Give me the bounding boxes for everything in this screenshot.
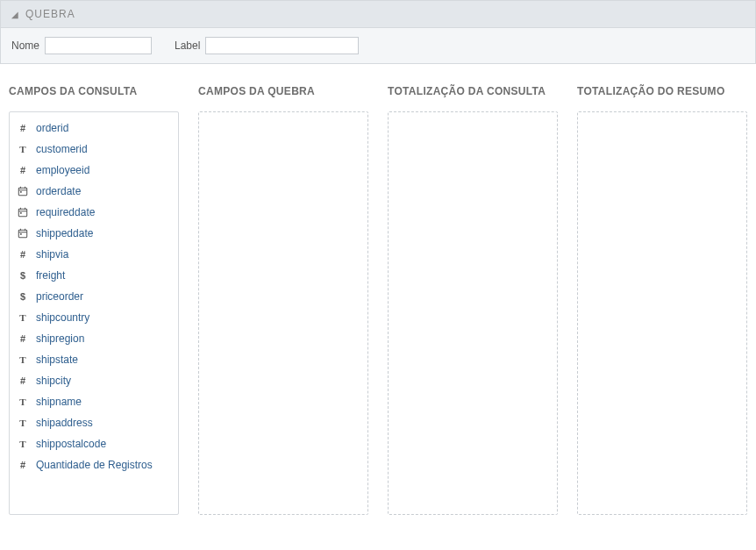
number-type-icon: [17, 248, 29, 261]
col-total-resumo: TOTALIZAÇÃO DO RESUMO: [577, 85, 747, 515]
field-item[interactable]: shipcity: [10, 370, 178, 391]
text-type-icon: [17, 417, 29, 429]
col-total-consulta: TOTALIZAÇÃO DA CONSULTA: [388, 85, 558, 515]
svg-rect-14: [20, 233, 22, 235]
field-label: shipstate: [36, 354, 78, 366]
field-label: employeeid: [36, 164, 89, 176]
col-campos-consulta: CAMPOS DA CONSULTA orderidcustomeridempl…: [9, 85, 179, 515]
panel-header[interactable]: ◢ QUEBRA: [0, 0, 756, 28]
field-label: freight: [36, 269, 65, 282]
field-item[interactable]: shipstate: [10, 349, 178, 370]
field-item[interactable]: Quantidade de Registros: [10, 454, 178, 475]
field-label: shipregion: [36, 332, 84, 345]
currency-type-icon: [17, 269, 29, 282]
field-item[interactable]: employeeid: [10, 160, 178, 181]
form-row: Nome Label: [0, 28, 756, 64]
text-type-icon: [17, 438, 29, 450]
field-label: shipname: [36, 396, 82, 408]
field-item[interactable]: shipname: [10, 391, 178, 412]
svg-rect-4: [20, 191, 22, 193]
field-label: shipcountry: [36, 311, 89, 324]
panel-title: QUEBRA: [25, 8, 75, 20]
field-item[interactable]: orderid: [10, 118, 178, 139]
col-title-total-resumo: TOTALIZAÇÃO DO RESUMO: [577, 85, 747, 97]
date-type-icon: [17, 227, 29, 239]
label-input[interactable]: [205, 37, 359, 54]
field-item[interactable]: shippeddate: [10, 223, 178, 244]
number-type-icon: [17, 459, 29, 471]
collapse-icon[interactable]: ◢: [11, 10, 18, 19]
columns-container: CAMPOS DA CONSULTA orderidcustomeridempl…: [0, 64, 756, 524]
col-title-quebra: CAMPOS DA QUEBRA: [198, 85, 368, 97]
box-total-consulta[interactable]: [388, 111, 558, 515]
svg-rect-10: [18, 230, 26, 238]
nome-input[interactable]: [45, 37, 152, 54]
field-label: shipcity: [36, 375, 71, 387]
currency-type-icon: [17, 290, 29, 303]
field-item[interactable]: orderdate: [10, 181, 178, 202]
date-type-icon: [17, 185, 29, 197]
text-type-icon: [17, 396, 29, 408]
date-type-icon: [17, 206, 29, 218]
field-label: priceorder: [36, 290, 83, 303]
field-label: Quantidade de Registros: [36, 459, 153, 471]
field-item[interactable]: shipcountry: [10, 307, 178, 328]
field-label: shippeddate: [36, 227, 93, 239]
svg-rect-0: [18, 188, 26, 196]
field-label: requireddate: [36, 206, 95, 218]
number-type-icon: [17, 375, 29, 387]
svg-rect-5: [18, 209, 26, 217]
box-total-resumo[interactable]: [577, 111, 747, 515]
field-label: orderid: [36, 122, 68, 134]
col-title-consulta: CAMPOS DA CONSULTA: [9, 85, 179, 97]
number-type-icon: [17, 122, 29, 134]
svg-rect-9: [20, 212, 22, 214]
box-campos-consulta[interactable]: orderidcustomeridemployeeidorderdaterequ…: [9, 111, 179, 515]
label-label: Label: [175, 39, 200, 52]
box-campos-quebra[interactable]: [198, 111, 368, 515]
field-item[interactable]: shipaddress: [10, 412, 178, 433]
text-type-icon: [17, 143, 29, 155]
text-type-icon: [17, 354, 29, 366]
number-type-icon: [17, 164, 29, 176]
nome-label: Nome: [11, 39, 39, 52]
field-item[interactable]: shippostalcode: [10, 433, 178, 454]
field-label: orderdate: [36, 185, 81, 197]
field-label: shipvia: [36, 248, 68, 261]
field-item[interactable]: freight: [10, 265, 178, 286]
field-list: orderidcustomeridemployeeidorderdaterequ…: [10, 112, 178, 481]
field-label: shipaddress: [36, 417, 93, 429]
number-type-icon: [17, 332, 29, 345]
col-title-total-consulta: TOTALIZAÇÃO DA CONSULTA: [388, 85, 558, 97]
field-item[interactable]: customerid: [10, 139, 178, 160]
field-label: customerid: [36, 143, 88, 155]
field-item[interactable]: priceorder: [10, 286, 178, 307]
text-type-icon: [17, 311, 29, 324]
field-label: shippostalcode: [36, 438, 106, 450]
field-item[interactable]: shipvia: [10, 244, 178, 265]
field-item[interactable]: shipregion: [10, 328, 178, 349]
col-campos-quebra: CAMPOS DA QUEBRA: [198, 85, 368, 515]
field-item[interactable]: requireddate: [10, 202, 178, 223]
